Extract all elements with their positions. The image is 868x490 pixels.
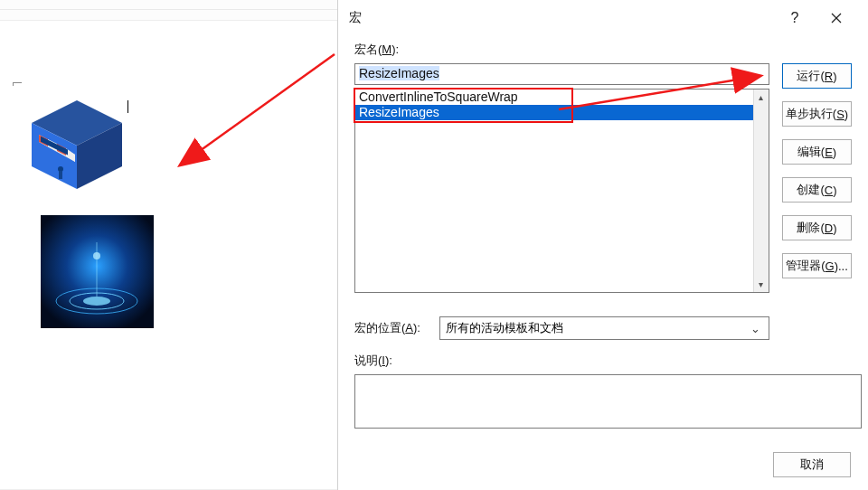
dialog-titlebar: 宏 ? <box>338 0 868 36</box>
close-button[interactable] <box>816 0 857 36</box>
macro-location-value: 所有的活动模板和文档 <box>446 320 563 336</box>
list-item[interactable]: ConvertInlineToSquareWrap <box>355 90 769 105</box>
cancel-button[interactable]: 取消 <box>773 452 851 477</box>
document-page <box>0 20 339 490</box>
scroll-down-icon[interactable]: ▾ <box>753 277 769 292</box>
edit-button[interactable]: 编辑(E) <box>782 139 852 165</box>
scrollbar[interactable]: ▴ ▾ <box>753 90 769 292</box>
svg-point-16 <box>93 252 100 259</box>
svg-point-14 <box>83 297 110 306</box>
help-button[interactable]: ? <box>774 0 816 36</box>
description-textarea[interactable] <box>354 374 862 429</box>
list-item[interactable]: ResizeImages <box>355 105 769 120</box>
margin-marker <box>13 82 22 86</box>
scroll-up-icon[interactable]: ▴ <box>753 90 769 105</box>
create-button[interactable]: 创建(C) <box>782 177 852 203</box>
macro-location-dropdown[interactable]: 所有的活动模板和文档 ⌄ <box>439 316 769 340</box>
dialog-title: 宏 <box>349 10 362 26</box>
description-label: 说明(I): <box>354 353 852 369</box>
svg-rect-10 <box>59 171 62 179</box>
inline-image-1 <box>23 91 131 195</box>
macro-location-label: 宏的位置(A): <box>354 320 430 336</box>
run-button[interactable]: 运行(R) <box>782 63 852 89</box>
macro-name-input[interactable]: ResizeImages <box>354 63 769 85</box>
macros-dialog: 宏 ? 宏名(M): ResizeImages ConvertInlineToS… <box>337 0 868 490</box>
inline-image-2 <box>41 215 154 328</box>
macro-list[interactable]: ConvertInlineToSquareWrap ResizeImages ▴… <box>354 89 769 293</box>
close-icon <box>831 13 842 24</box>
macro-name-label: 宏名(M): <box>354 42 852 58</box>
step-into-button[interactable]: 单步执行(S) <box>782 101 852 127</box>
delete-button[interactable]: 删除(D) <box>782 215 852 240</box>
macro-name-value: ResizeImages <box>359 66 439 80</box>
chevron-down-icon: ⌄ <box>747 322 763 335</box>
ruler-edge <box>0 9 344 10</box>
organizer-button[interactable]: 管理器(G)... <box>782 253 852 278</box>
